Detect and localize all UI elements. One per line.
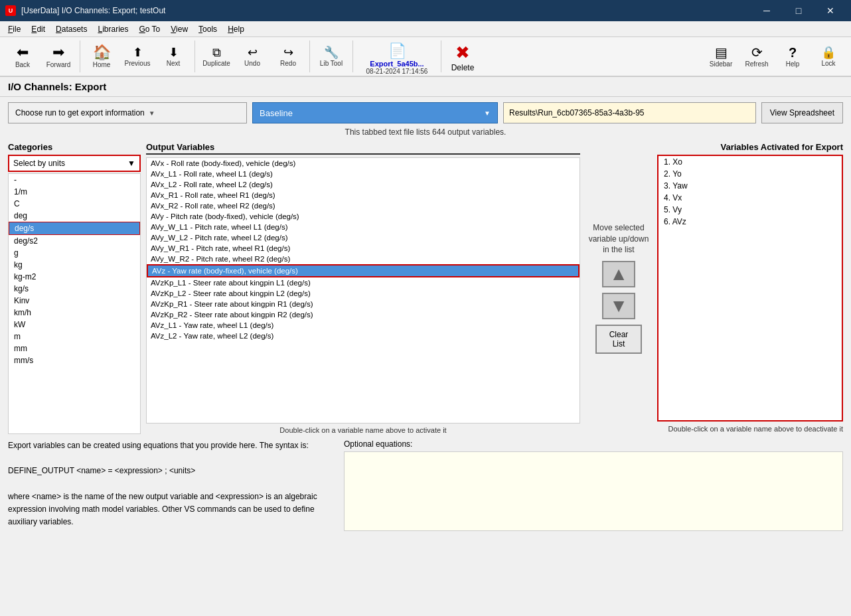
cat-item-1m[interactable]: 1/m <box>9 186 140 198</box>
activated-item-xo[interactable]: 1. Xo <box>658 156 842 168</box>
activated-item-avz[interactable]: 6. AVz <box>658 216 842 228</box>
output-item-avxl1[interactable]: AVx_L1 - Roll rate, wheel L1 (deg/s) <box>147 169 580 179</box>
menu-file[interactable]: File <box>3 23 26 35</box>
view-spreadsheet-button[interactable]: View Spreadsheet <box>761 102 843 123</box>
undo-button[interactable]: ↩ Undo <box>235 39 270 74</box>
choose-run-button[interactable]: Choose run to get export information ▼ <box>8 102 247 123</box>
syntax-line: DEFINE_OUTPUT <name> = <expression> ; <u… <box>8 465 333 477</box>
delete-button[interactable]: ✖ Delete <box>445 39 480 74</box>
next-icon: ⬇ <box>169 46 179 58</box>
cat-item-kW[interactable]: kW <box>9 319 140 331</box>
next-button[interactable]: ⬇ Next <box>156 39 191 74</box>
categories-list[interactable]: - 1/m C deg deg/s deg/s2 g kg kg-m2 kg/s… <box>8 173 141 434</box>
sidebar-icon: ▤ <box>715 46 728 59</box>
libtool-button[interactable]: 🔧 Lib Tool <box>314 39 348 74</box>
maximize-button[interactable]: □ <box>783 0 814 21</box>
close-button[interactable]: ✕ <box>815 0 846 21</box>
toolbar-separator-2 <box>194 40 195 72</box>
output-item-avxr1[interactable]: AVx_R1 - Roll rate, wheel R1 (deg/s) <box>147 190 580 200</box>
activated-variables-header: Variables Activated for Export <box>657 142 843 152</box>
output-item-avzl2[interactable]: AVz_L2 - Yaw rate, wheel L2 (deg/s) <box>147 331 580 341</box>
lock-icon: 🔒 <box>821 46 836 58</box>
home-icon: 🏠 <box>93 45 111 60</box>
refresh-icon: ⟳ <box>751 46 763 59</box>
lock-button[interactable]: 🔒 Lock <box>811 39 846 74</box>
home-button[interactable]: 🏠 Home <box>84 39 119 74</box>
sidebar-button[interactable]: ▤ Sidebar <box>704 39 738 74</box>
cat-item-dash[interactable]: - <box>9 174 140 186</box>
move-down-button[interactable]: ▼ <box>602 293 635 319</box>
export-info-paragraph: Export variables can be created using eq… <box>8 439 333 452</box>
cat-item-kg[interactable]: kg <box>9 259 140 271</box>
output-item-avywl1[interactable]: AVy_W_L1 - Pitch rate, wheel L1 (deg/s) <box>147 222 580 232</box>
output-item-avz-selected[interactable]: AVz - Yaw rate (body-fixed), vehicle (de… <box>147 264 580 277</box>
cat-item-kinv[interactable]: Kinv <box>9 295 140 307</box>
output-item-avxr2[interactable]: AVx_R2 - Roll rate, wheel R2 (deg/s) <box>147 200 580 211</box>
activated-variables-hint: Double-click on a variable name above to… <box>657 424 843 434</box>
results-path: Results\Run_6cb07365-85a3-4a3b-95 <box>503 102 756 123</box>
duplicate-button[interactable]: ⧉ Duplicate <box>199 39 234 74</box>
menu-goto[interactable]: Go To <box>133 23 165 35</box>
menu-tools[interactable]: Tools <box>193 23 222 35</box>
baseline-dropdown[interactable]: Baseline ▼ <box>252 102 498 123</box>
optional-equations-textarea[interactable] <box>344 451 843 531</box>
libtool-icon: 🔧 <box>324 46 339 58</box>
cat-item-kmh[interactable]: km/h <box>9 307 140 319</box>
output-item-avzl1[interactable]: AVz_L1 - Yaw rate, wheel L1 (deg/s) <box>147 320 580 331</box>
parsfile-button[interactable]: 📄 Export_5a45b... 08-21-2024 17:14:56 <box>357 39 437 74</box>
activated-item-yaw[interactable]: 3. Yaw <box>658 180 842 192</box>
output-item-avywr2[interactable]: AVy_W_R2 - Pitch rate, wheel R2 (deg/s) <box>147 254 580 264</box>
output-item-avzkpl2[interactable]: AVzKp_L2 - Steer rate about kingpin L2 (… <box>147 288 580 299</box>
tabbed-info: This tabbed text file lists 644 output v… <box>8 127 843 137</box>
menu-view[interactable]: View <box>165 23 193 35</box>
clear-list-button[interactable]: Clear List <box>595 325 642 354</box>
parsfile-icon: 📄 <box>388 42 406 60</box>
cat-item-degs[interactable]: deg/s <box>9 222 140 235</box>
cat-item-kgs[interactable]: kg/s <box>9 283 140 295</box>
categories-dropdown[interactable]: Select by units ▼ <box>8 155 141 172</box>
cat-item-mm[interactable]: mm <box>9 343 140 354</box>
activated-item-vx[interactable]: 4. Vx <box>658 192 842 204</box>
page-title: I/O Channels: Export <box>0 77 851 97</box>
output-item-avywr1[interactable]: AVy_W_R1 - Pitch rate, wheel R1 (deg/s) <box>147 243 580 254</box>
optional-equations-section: Optional equations: <box>344 439 843 531</box>
previous-button[interactable]: ⬆ Previous <box>120 39 155 74</box>
output-item-avzkpl1[interactable]: AVzKp_L1 - Steer rate about kingpin L1 (… <box>147 277 580 288</box>
menu-help[interactable]: Help <box>222 23 250 35</box>
toolbar-right: ▤ Sidebar ⟳ Refresh ? Help 🔒 Lock <box>704 39 846 74</box>
menu-edit[interactable]: Edit <box>26 23 50 35</box>
minimize-button[interactable]: ─ <box>751 0 782 21</box>
forward-button[interactable]: ➡ Forward <box>41 39 76 74</box>
activated-item-yo[interactable]: 2. Yo <box>658 168 842 180</box>
delete-icon: ✖ <box>455 42 470 63</box>
cat-item-deg[interactable]: deg <box>9 210 140 222</box>
menu-datasets[interactable]: Datasets <box>50 23 92 35</box>
output-item-avzkpr2[interactable]: AVzKp_R2 - Steer rate about kingpin R2 (… <box>147 309 580 320</box>
menu-libraries[interactable]: Libraries <box>92 23 133 35</box>
refresh-button[interactable]: ⟳ Refresh <box>739 39 774 74</box>
cat-item-g[interactable]: g <box>9 247 140 259</box>
help-button[interactable]: ? Help <box>775 39 810 74</box>
output-item-avy[interactable]: AVy - Pitch rate (body-fixed), vehicle (… <box>147 211 580 222</box>
move-down-icon: ▼ <box>609 295 628 317</box>
output-item-avzkpr1[interactable]: AVzKp_R1 - Steer rate about kingpin R1 (… <box>147 299 580 309</box>
cat-item-mms[interactable]: mm/s <box>9 354 140 366</box>
activated-variables-list[interactable]: 1. Xo 2. Yo 3. Yaw 4. Vx 5. Vy 6. AVz <box>657 155 843 422</box>
redo-button[interactable]: ↪ Redo <box>271 39 305 74</box>
baseline-arrow-icon: ▼ <box>484 110 491 117</box>
output-item-avxl2[interactable]: AVx_L2 - Roll rate, wheel L2 (deg/s) <box>147 179 580 190</box>
activated-item-vy[interactable]: 5. Vy <box>658 204 842 216</box>
cat-item-C[interactable]: C <box>9 198 140 210</box>
output-item-avx[interactable]: AVx - Roll rate (body-fixed), vehicle (d… <box>147 158 580 169</box>
cat-item-kgm2[interactable]: kg-m2 <box>9 271 140 283</box>
cat-item-degs2[interactable]: deg/s2 <box>9 235 140 247</box>
redo-icon: ↪ <box>283 46 293 58</box>
cat-item-m[interactable]: m <box>9 331 140 343</box>
back-button[interactable]: ⬅ Back <box>5 39 40 74</box>
window-title: [UserData] I/O Channels: Export; testOut <box>21 6 165 15</box>
move-controls-column: Move selected variable up/down in the li… <box>585 142 652 434</box>
output-variables-list[interactable]: AVx - Roll rate (body-fixed), vehicle (d… <box>146 157 580 424</box>
output-item-avywl2[interactable]: AVy_W_L2 - Pitch rate, wheel L2 (deg/s) <box>147 232 580 243</box>
where-clause: where <name> is the name of the new outp… <box>8 491 333 529</box>
move-up-button[interactable]: ▲ <box>602 261 635 287</box>
